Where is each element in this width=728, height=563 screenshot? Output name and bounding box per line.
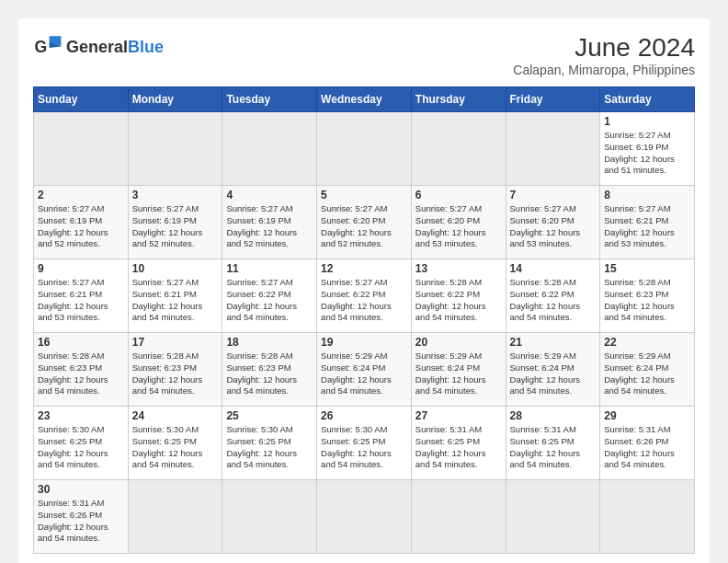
calendar-week-row: 1Sunrise: 5:27 AM Sunset: 6:19 PM Daylig…: [34, 112, 695, 186]
day-number: 11: [226, 262, 313, 275]
calendar-day-cell: 23Sunrise: 5:30 AM Sunset: 6:25 PM Dayli…: [34, 407, 129, 480]
day-sun-info: Sunrise: 5:29 AM Sunset: 6:24 PM Dayligh…: [415, 350, 502, 397]
calendar-day-cell: 9Sunrise: 5:27 AM Sunset: 6:21 PM Daylig…: [34, 259, 129, 333]
calendar-day-cell: [411, 480, 506, 554]
calendar-day-cell: [506, 112, 600, 186]
calendar-day-cell: 5Sunrise: 5:27 AM Sunset: 6:20 PM Daylig…: [317, 186, 412, 259]
calendar-day-cell: [411, 112, 506, 186]
calendar-day-cell: 27Sunrise: 5:31 AM Sunset: 6:25 PM Dayli…: [411, 407, 506, 480]
day-sun-info: Sunrise: 5:29 AM Sunset: 6:24 PM Dayligh…: [510, 350, 597, 397]
day-sun-info: Sunrise: 5:30 AM Sunset: 6:25 PM Dayligh…: [226, 424, 313, 471]
calendar-day-cell: 24Sunrise: 5:30 AM Sunset: 6:25 PM Dayli…: [128, 407, 222, 480]
col-thursday: Thursday: [411, 87, 506, 112]
day-number: 12: [321, 262, 407, 275]
calendar-day-cell: 18Sunrise: 5:28 AM Sunset: 6:23 PM Dayli…: [222, 333, 317, 407]
day-number: 1: [604, 115, 690, 128]
calendar-day-cell: 3Sunrise: 5:27 AM Sunset: 6:19 PM Daylig…: [128, 186, 222, 259]
day-number: 29: [604, 409, 690, 422]
logo: G GeneralBlue: [33, 33, 164, 63]
day-number: 7: [510, 189, 597, 201]
svg-text:G: G: [35, 38, 48, 56]
calendar-day-cell: [34, 112, 129, 186]
day-sun-info: Sunrise: 5:27 AM Sunset: 6:20 PM Dayligh…: [321, 203, 407, 250]
col-monday: Monday: [128, 87, 222, 112]
day-sun-info: Sunrise: 5:27 AM Sunset: 6:20 PM Dayligh…: [415, 203, 502, 250]
day-sun-info: Sunrise: 5:27 AM Sunset: 6:19 PM Dayligh…: [132, 203, 219, 250]
day-sun-info: Sunrise: 5:27 AM Sunset: 6:19 PM Dayligh…: [604, 130, 690, 177]
calendar-day-cell: 25Sunrise: 5:30 AM Sunset: 6:25 PM Dayli…: [222, 407, 317, 480]
day-sun-info: Sunrise: 5:31 AM Sunset: 6:25 PM Dayligh…: [415, 424, 502, 471]
calendar-day-cell: 8Sunrise: 5:27 AM Sunset: 6:21 PM Daylig…: [600, 186, 695, 259]
col-saturday: Saturday: [600, 87, 695, 112]
calendar-day-cell: 4Sunrise: 5:27 AM Sunset: 6:19 PM Daylig…: [222, 186, 317, 259]
day-number: 3: [132, 189, 219, 201]
calendar-day-cell: 11Sunrise: 5:27 AM Sunset: 6:22 PM Dayli…: [222, 259, 317, 333]
calendar-day-cell: 16Sunrise: 5:28 AM Sunset: 6:23 PM Dayli…: [34, 333, 129, 407]
title-block: June 2024 Calapan, Mimaropa, Philippines: [513, 33, 695, 77]
day-sun-info: Sunrise: 5:27 AM Sunset: 6:20 PM Dayligh…: [510, 203, 597, 250]
day-number: 28: [510, 409, 597, 422]
calendar-table: Sunday Monday Tuesday Wednesday Thursday…: [33, 86, 695, 554]
calendar-day-cell: 15Sunrise: 5:28 AM Sunset: 6:23 PM Dayli…: [600, 259, 695, 333]
day-number: 24: [132, 409, 219, 422]
day-sun-info: Sunrise: 5:31 AM Sunset: 6:26 PM Dayligh…: [604, 424, 690, 471]
logo-text-block: GeneralBlue: [66, 39, 164, 57]
day-sun-info: Sunrise: 5:27 AM Sunset: 6:19 PM Dayligh…: [226, 203, 313, 250]
day-number: 19: [321, 336, 407, 349]
day-number: 21: [510, 336, 597, 349]
day-number: 20: [415, 336, 502, 349]
month-year-title: June 2024: [513, 33, 695, 63]
day-sun-info: Sunrise: 5:29 AM Sunset: 6:24 PM Dayligh…: [321, 350, 407, 397]
day-number: 30: [38, 483, 124, 496]
day-sun-info: Sunrise: 5:28 AM Sunset: 6:23 PM Dayligh…: [132, 350, 219, 397]
day-sun-info: Sunrise: 5:27 AM Sunset: 6:21 PM Dayligh…: [38, 277, 124, 324]
calendar-day-cell: 26Sunrise: 5:30 AM Sunset: 6:25 PM Dayli…: [317, 407, 412, 480]
day-number: 23: [38, 409, 124, 422]
day-sun-info: Sunrise: 5:28 AM Sunset: 6:23 PM Dayligh…: [604, 277, 690, 324]
day-sun-info: Sunrise: 5:28 AM Sunset: 6:22 PM Dayligh…: [415, 277, 502, 324]
day-sun-info: Sunrise: 5:28 AM Sunset: 6:22 PM Dayligh…: [510, 277, 597, 324]
day-sun-info: Sunrise: 5:28 AM Sunset: 6:23 PM Dayligh…: [38, 350, 124, 397]
col-wednesday: Wednesday: [317, 87, 412, 112]
calendar-week-row: 9Sunrise: 5:27 AM Sunset: 6:21 PM Daylig…: [34, 259, 695, 333]
calendar-day-cell: 17Sunrise: 5:28 AM Sunset: 6:23 PM Dayli…: [128, 333, 222, 407]
calendar-day-cell: 20Sunrise: 5:29 AM Sunset: 6:24 PM Dayli…: [411, 333, 506, 407]
calendar-day-cell: 7Sunrise: 5:27 AM Sunset: 6:20 PM Daylig…: [506, 186, 600, 259]
day-number: 2: [38, 189, 124, 201]
day-sun-info: Sunrise: 5:29 AM Sunset: 6:24 PM Dayligh…: [604, 350, 690, 397]
day-sun-info: Sunrise: 5:31 AM Sunset: 6:25 PM Dayligh…: [510, 424, 597, 471]
day-number: 16: [38, 336, 124, 349]
page-header: G GeneralBlue June 2024 Calapan, Mimarop…: [33, 33, 695, 77]
day-number: 26: [321, 409, 407, 422]
calendar-day-cell: [128, 480, 222, 554]
day-number: 4: [226, 189, 313, 201]
day-sun-info: Sunrise: 5:28 AM Sunset: 6:23 PM Dayligh…: [226, 350, 313, 397]
logo-general: General: [66, 38, 128, 56]
calendar-header-row: Sunday Monday Tuesday Wednesday Thursday…: [34, 87, 695, 112]
general-blue-icon: G: [33, 33, 63, 63]
calendar-day-cell: 2Sunrise: 5:27 AM Sunset: 6:19 PM Daylig…: [34, 186, 129, 259]
calendar-page: G GeneralBlue June 2024 Calapan, Mimarop…: [18, 18, 710, 563]
day-number: 10: [132, 262, 219, 275]
calendar-day-cell: 13Sunrise: 5:28 AM Sunset: 6:22 PM Dayli…: [411, 259, 506, 333]
calendar-day-cell: 12Sunrise: 5:27 AM Sunset: 6:22 PM Dayli…: [317, 259, 412, 333]
calendar-week-row: 16Sunrise: 5:28 AM Sunset: 6:23 PM Dayli…: [34, 333, 695, 407]
logo-blue: Blue: [128, 38, 164, 56]
calendar-day-cell: 6Sunrise: 5:27 AM Sunset: 6:20 PM Daylig…: [411, 186, 506, 259]
day-number: 17: [132, 336, 219, 349]
day-sun-info: Sunrise: 5:27 AM Sunset: 6:21 PM Dayligh…: [132, 277, 219, 324]
day-number: 18: [226, 336, 313, 349]
logo-name: GeneralBlue: [66, 39, 164, 57]
calendar-day-cell: 10Sunrise: 5:27 AM Sunset: 6:21 PM Dayli…: [128, 259, 222, 333]
day-sun-info: Sunrise: 5:27 AM Sunset: 6:19 PM Dayligh…: [38, 203, 124, 250]
day-number: 9: [38, 262, 124, 275]
calendar-day-cell: 19Sunrise: 5:29 AM Sunset: 6:24 PM Dayli…: [317, 333, 412, 407]
day-number: 8: [604, 189, 690, 201]
day-sun-info: Sunrise: 5:27 AM Sunset: 6:22 PM Dayligh…: [321, 277, 407, 324]
calendar-week-row: 30Sunrise: 5:31 AM Sunset: 6:26 PM Dayli…: [34, 480, 695, 554]
day-number: 15: [604, 262, 690, 275]
calendar-day-cell: 28Sunrise: 5:31 AM Sunset: 6:25 PM Dayli…: [506, 407, 600, 480]
day-number: 14: [510, 262, 597, 275]
calendar-day-cell: [222, 112, 317, 186]
day-sun-info: Sunrise: 5:30 AM Sunset: 6:25 PM Dayligh…: [132, 424, 219, 471]
